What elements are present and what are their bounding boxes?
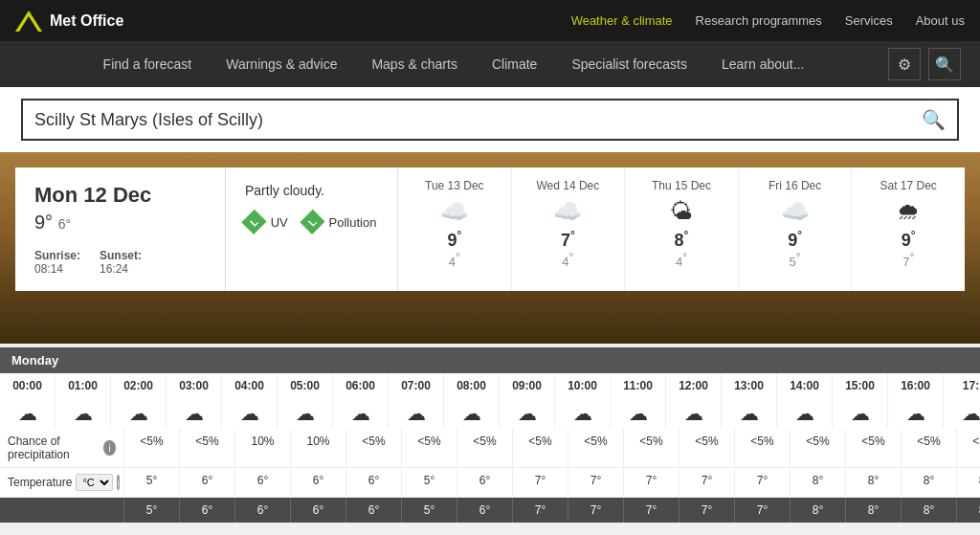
time-cell: 17: <box>944 373 980 398</box>
weather-icon-cell: ☁ <box>389 398 444 429</box>
uv-label: UV <box>271 215 288 230</box>
top-nav-about[interactable]: About us <box>916 10 965 32</box>
precip-cell: <5% <box>624 429 679 467</box>
forecast-high: 7° <box>520 229 617 251</box>
precip-cell: <5% <box>902 429 957 467</box>
precip-cell: <5% <box>735 429 791 467</box>
temp-cell: 7° <box>735 468 791 497</box>
temp-bottom-values: 5°6°6°6°6°5°6°7°7°7°7°7°8°8°8°8°8°7° <box>124 498 980 523</box>
top-nav-links: Weather & climate Research programmes Se… <box>571 10 965 32</box>
pollution-indicator: L <box>300 210 324 234</box>
forecast-high: 8° <box>633 229 730 251</box>
temp-cell: 5° <box>402 468 457 497</box>
temp-bottom-cell: 8° <box>791 498 846 523</box>
sun-info: Sunrise: 08:14 Sunset: 16:24 <box>34 249 206 276</box>
precip-cell: <5% <box>346 429 402 467</box>
nav-learn[interactable]: Learn about... <box>704 43 821 85</box>
nav-icons: ⚙ 🔍 <box>888 48 961 80</box>
logo-text: Met Office <box>50 12 123 30</box>
today-temps: 9° 6° <box>34 212 206 234</box>
forecast-day[interactable]: Fri 16 Dec ☁️ 9° 5° <box>739 167 853 291</box>
nav-specialist[interactable]: Specialist forecasts <box>554 43 704 85</box>
icon-row: ☁☁☁☁☁☁☁☁☁☁☁☁☁☁☁☁☁☁ Cloudy <box>0 398 980 429</box>
badge-row: L UV L Pollution <box>245 213 378 231</box>
pollution-badge: L Pollution <box>303 213 377 231</box>
time-cell: 12:00 <box>666 373 722 398</box>
nav-warnings[interactable]: Warnings & advice <box>209 43 354 85</box>
forecast-day[interactable]: Tue 13 Dec ☁️ 9° 4° <box>398 167 512 291</box>
top-nav-services[interactable]: Services <box>845 10 893 32</box>
temp-bottom-cell: 6° <box>235 498 291 523</box>
weather-icon-cell: ☁ <box>722 398 777 429</box>
time-cell: 02:00 <box>111 373 167 398</box>
temp-bottom-cell: 7° <box>513 498 568 523</box>
temp-cell: 7° <box>679 468 735 497</box>
precip-info-icon[interactable]: i <box>103 440 116 456</box>
temp-bottom-cell: 8° <box>902 498 957 523</box>
weather-icon-cell: ☁ <box>111 398 167 429</box>
temp-bottom-cell: 5° <box>402 498 457 523</box>
top-nav-research[interactable]: Research programmes <box>696 10 822 32</box>
weather-icon-cell: ☁ <box>500 398 555 429</box>
sunset-label: Sunset: <box>100 249 142 262</box>
temp-row: Temperature °C °F i 5°6°6°6°6°5°6°7°7°7°… <box>0 468 980 498</box>
pollution-label: Pollution <box>329 215 377 230</box>
settings-button[interactable]: ⚙ <box>888 48 921 80</box>
temp-bottom-cell: 7° <box>568 498 624 523</box>
nav-climate[interactable]: Climate <box>475 43 554 85</box>
forecast-icon: ☁️ <box>520 198 617 225</box>
logo: Met Office <box>15 11 123 32</box>
forecast-low: 4° <box>520 251 617 269</box>
search-input[interactable] <box>34 110 922 130</box>
forecast-icon: 🌧 <box>859 198 957 225</box>
search-submit-button[interactable]: 🔍 <box>922 108 946 131</box>
sunrise-time: 08:14 <box>34 262 63 276</box>
weather-icon-cell: ☁ <box>333 398 389 429</box>
temp-cell: 8° <box>902 468 957 497</box>
weather-icon-cell: ☁ <box>888 398 944 429</box>
temp-cell: 6° <box>180 468 235 497</box>
time-cell: 13:00 <box>722 373 777 398</box>
precip-cell: <5% <box>402 429 457 467</box>
temp-bottom-cell: 6° <box>457 498 513 523</box>
search-button[interactable]: 🔍 <box>928 48 961 80</box>
forecast-day[interactable]: Sat 17 Dec 🌧 9° 7° <box>852 167 965 291</box>
today-date: Mon 12 Dec <box>34 183 206 208</box>
hourly-section: Monday 00:0001:0002:0003:0004:0005:0006:… <box>0 347 980 523</box>
forecast-day[interactable]: Wed 14 Dec ☁️ 7° 4° <box>512 167 626 291</box>
forecast-low: 7° <box>859 251 957 269</box>
precip-row: Chance of precipitation i <5%<5%10%10%<5… <box>0 429 980 468</box>
forecast-low: 5° <box>746 251 844 269</box>
precip-cell: <5% <box>180 429 235 467</box>
temp-info-icon[interactable]: i <box>117 475 119 490</box>
nav-find-forecast[interactable]: Find a forecast <box>86 43 210 85</box>
temp-bottom-label <box>0 498 124 523</box>
temp-cell: 8° <box>957 468 980 497</box>
temp-bottom-cell: 7° <box>624 498 679 523</box>
precip-cell: <5% <box>457 429 513 467</box>
weather-icon-cell: ☁ <box>167 398 222 429</box>
forecast-icon: 🌤 <box>633 198 730 225</box>
top-nav-weather[interactable]: Weather & climate <box>571 10 673 32</box>
forecast-day[interactable]: Thu 15 Dec 🌤 8° 4° <box>625 167 739 291</box>
forecast-high: 9° <box>746 229 844 251</box>
temp-unit-select[interactable]: °C °F <box>76 474 113 491</box>
sunset-time: 16:24 <box>100 262 128 276</box>
time-cell: 05:00 <box>278 373 333 398</box>
uv-badge: L UV <box>245 213 288 231</box>
time-cell: 14:00 <box>777 373 833 398</box>
today-low-temp: 6° <box>58 216 71 232</box>
temp-cell: 6° <box>457 468 513 497</box>
forecast-days: Tue 13 Dec ☁️ 9° 4° Wed 14 Dec ☁️ 7° 4° … <box>398 167 965 291</box>
time-cell: 00:00 <box>0 373 56 398</box>
time-row: 00:0001:0002:0003:0004:0005:0006:0007:00… <box>0 373 980 398</box>
weather-icon-cell: ☁ <box>555 398 611 429</box>
weather-description: Partly cloudy. <box>245 183 378 198</box>
temp-bottom-cell: 6° <box>346 498 402 523</box>
weather-icon-cell: ☁ <box>777 398 833 429</box>
weather-icon-cell: ☁ <box>666 398 722 429</box>
nav-maps[interactable]: Maps & charts <box>354 43 474 85</box>
weather-icon-cell: ☁ <box>944 398 980 429</box>
weather-icon-cell: ☁ <box>833 398 888 429</box>
logo-icon <box>15 11 42 32</box>
